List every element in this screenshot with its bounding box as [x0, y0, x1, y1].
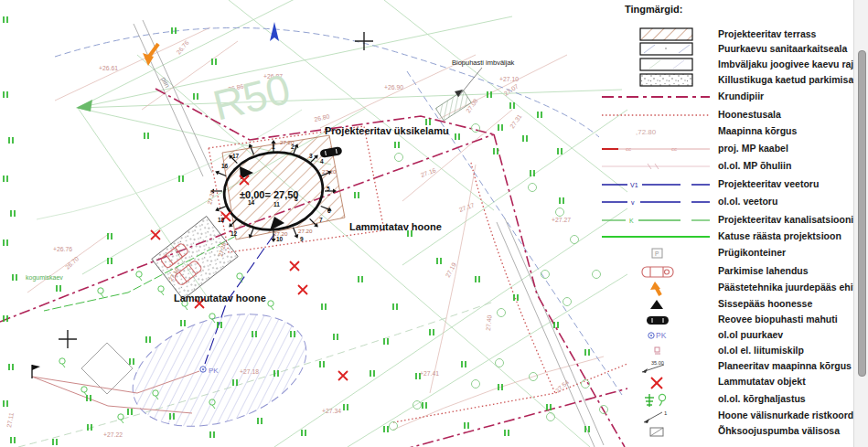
ohuliin-line-icon	[595, 159, 713, 174]
tree-icon	[384, 426, 388, 432]
tree-icon	[258, 418, 262, 424]
map-label: piin	[159, 76, 171, 90]
well-pk-icon: PK	[595, 328, 713, 343]
tree-icon	[334, 334, 338, 340]
map-label: ±0,00= 27,50	[240, 189, 298, 200]
kanal-line-icon: K	[595, 213, 713, 228]
hoonestusala-line-icon	[595, 108, 713, 122]
grid-cross-icon	[355, 32, 373, 50]
map-label: Lammutatav hoone	[349, 221, 442, 232]
shrub-icon	[563, 298, 572, 306]
sapling-stem	[101, 293, 103, 297]
svg-text:P: P	[655, 250, 659, 257]
old-building-outline	[81, 343, 133, 394]
sapling-icon	[59, 358, 65, 367]
sapling-icon	[98, 288, 103, 297]
corner-number: 4	[320, 158, 324, 165]
sapling-crown	[118, 414, 123, 420]
eave-tick	[293, 228, 295, 235]
corner-number: 9	[300, 236, 304, 242]
sapling-stem	[161, 292, 164, 295]
tree-icon	[455, 133, 459, 140]
tree-icon	[510, 102, 514, 109]
planned-elevation-icon: 35.00	[595, 359, 713, 374]
corner-number: 13	[218, 217, 225, 223]
sapling-icon	[158, 286, 164, 295]
tree-icon	[523, 135, 527, 142]
map-label: Projekteeritav üksikelamu	[325, 125, 449, 136]
shrub-icon	[413, 401, 422, 410]
svg-text:V1: V1	[630, 182, 638, 188]
legend-title: Tingmärgid:	[625, 4, 682, 15]
sapling-stem	[84, 392, 87, 396]
legend-item-hoonestusala: Hoonestusala	[595, 108, 868, 122]
scrollbar[interactable]	[853, 0, 868, 447]
eave-tick-arrow	[271, 239, 275, 242]
north-arrow-icon	[270, 22, 279, 41]
legend-item-liitumiskilp: ol.ol el. liitumiskilp	[595, 344, 868, 358]
tree-icon	[53, 439, 57, 445]
sapling-crown	[59, 358, 65, 364]
legend-item-kanalisatsioonitoru: K Projekteeritav kanalisatsioonitoru	[595, 213, 868, 228]
tree-icon	[462, 361, 466, 367]
elevation-label: +26.61	[99, 65, 118, 71]
tree-icon	[498, 124, 502, 131]
tree-icon	[108, 258, 112, 264]
corner-number: 11	[273, 201, 280, 208]
tree-icon	[505, 430, 509, 436]
legend-item-sanitaarkaitseala: Puurkaevu sanitaarkaitseala	[595, 42, 868, 57]
tree-icon	[302, 430, 305, 436]
shrub-icon	[472, 124, 480, 133]
elevation-label: 27.17	[458, 201, 476, 212]
map-label: Biopuhasti imbväljak	[452, 59, 515, 67]
site-plan-viewer: { "legend": { "title": "Tingmärgid:", "i…	[0, 0, 868, 447]
tree-icon	[4, 91, 7, 98]
tree-icon	[128, 409, 132, 415]
gravel-swatch-icon	[595, 73, 713, 88]
tree-icon	[11, 437, 15, 443]
tree-icon	[181, 320, 185, 326]
legend-item-veetoru-ol: v ol.ol. veetoru	[595, 195, 868, 209]
legend-item-maapinna-korgus: ,72.80 Maapinna kõrgus	[595, 124, 868, 139]
tree-icon	[395, 142, 399, 148]
veetoru-ol-line-icon: v	[595, 195, 713, 209]
tree-icon	[585, 426, 589, 432]
tree-icon	[355, 192, 359, 198]
legend-item-puurkaev: PK ol.ol puurkaev	[595, 328, 868, 343]
shrub-icon	[530, 373, 538, 381]
sapling-crown	[237, 273, 242, 279]
legend-item-katuse-raasta: Katuse räästa projektsioon	[595, 229, 868, 244]
scrollbar-thumb[interactable]	[858, 50, 866, 377]
elevation-label: 27.07	[503, 83, 520, 97]
elevation-label: +27.22	[103, 431, 123, 438]
tree-icon	[11, 210, 15, 217]
elevation-label: 27.16	[420, 166, 437, 177]
tree-icon	[4, 315, 7, 322]
legend-item-prygikonteiner: P Prügikonteiner	[595, 246, 868, 261]
tree-icon	[4, 239, 7, 246]
tree-icon	[9, 364, 13, 370]
sapling-crown	[209, 314, 215, 319]
terrace-swatch-icon	[595, 27, 713, 42]
entrance-triangle-icon	[595, 297, 713, 312]
elevation-label: +27.34	[322, 408, 341, 414]
tree-icon	[426, 119, 430, 125]
demolition-x-icon	[595, 375, 713, 389]
svg-text:v: v	[631, 199, 635, 206]
demolition-x-icon	[338, 371, 348, 380]
sapling-icon	[136, 271, 142, 281]
tree-icon	[212, 59, 216, 65]
shrub-icon	[496, 359, 504, 367]
svg-text:1: 1	[664, 410, 668, 416]
tree-icon	[494, 148, 498, 154]
katuse-line-icon	[595, 229, 713, 244]
tree-icon	[585, 349, 589, 356]
corner-number: 17	[232, 153, 240, 159]
legend-item-terrass: Projekteeritav terrass	[595, 27, 868, 42]
tree-icon	[488, 91, 491, 98]
shrub-icon	[547, 413, 555, 421]
legend-item-planeeritav-korgus: 35.00 Planeeritav maapinna kõrgus	[595, 359, 868, 374]
survey-arrow-icon	[76, 100, 92, 112]
legend-item-paastetehnika: Päästetehnika juurdepääs ehitisele	[595, 281, 868, 295]
tree-icon	[88, 424, 91, 431]
